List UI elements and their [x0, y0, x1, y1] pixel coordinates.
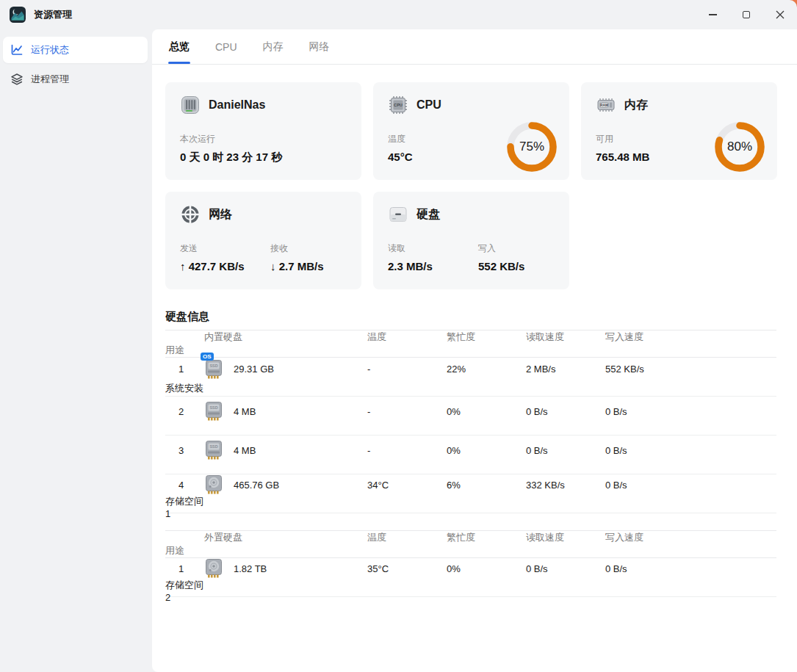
disk-usage: 系统安装 [165, 382, 204, 395]
disk-read: 0 B/s [526, 445, 605, 456]
main-panel: 总览CPU内存网络 [152, 29, 797, 672]
uptime-value: 0 天 0 时 23 分 17 秒 [180, 151, 282, 165]
disk-card: 硬盘 读取 2.3 MB/s 写入 552 KB/s [373, 192, 569, 289]
content-area: DanielNas 本次运行 0 天 0 时 23 分 17 秒 [152, 65, 797, 672]
cpu-temp-label: 温度 [388, 133, 413, 145]
disk-size: 465.76 GB [234, 480, 279, 491]
sidebar-item-label: 进程管理 [31, 73, 69, 86]
close-icon [776, 10, 785, 19]
disk-read: 0 B/s [526, 563, 605, 574]
sidebar-item-label: 运行状态 [31, 43, 69, 57]
line-chart-icon [10, 43, 24, 57]
cpu-usage-ring: 75% [506, 121, 558, 173]
column-header: 内置硬盘 [204, 330, 367, 344]
maximize-button[interactable] [729, 0, 763, 29]
column-header: 用途 [165, 544, 204, 557]
column-header: 温度 [367, 531, 447, 544]
tab-bar: 总览CPU内存网络 [152, 29, 797, 65]
disk-temp: 34°C [367, 480, 447, 491]
system-card-title: DanielNas [209, 98, 265, 112]
column-header: 繁忙度 [447, 531, 526, 544]
network-receive-label: 接收 [270, 242, 324, 255]
external-disk-table: 外置硬盘温度繁忙度读取速度写入速度用途11.82 TB35°C0%0 B/s0 … [165, 530, 776, 597]
disk-size: 1.82 TB [234, 563, 267, 574]
disk-read: 0 B/s [526, 406, 605, 417]
svg-text:SSD: SSD [209, 364, 217, 368]
layers-icon [10, 73, 24, 86]
network-receive-value: ↓ 2.7 MB/s [270, 260, 324, 272]
disk-row: 2SSD4 MB-0%0 B/s0 B/s [165, 397, 776, 436]
disk-temp: - [367, 445, 447, 456]
tab-network[interactable]: 网络 [309, 29, 331, 64]
minimize-button[interactable] [696, 0, 729, 29]
disk-index: 4 [165, 480, 204, 491]
ram-icon: RAM [596, 95, 616, 115]
disk-index: 1 [165, 364, 204, 375]
nas-icon [180, 95, 201, 115]
hdd-icon [204, 558, 223, 579]
disk-tables: 内置硬盘温度繁忙度读取速度写入速度用途1SSDOS29.31 GB-22%2 M… [165, 330, 776, 597]
svg-text:RAM: RAM [600, 104, 608, 107]
table-header-row: 外置硬盘温度繁忙度读取速度写入速度用途 [165, 530, 776, 558]
title-bar: 资源管理 [0, 0, 797, 29]
app-icon [9, 6, 26, 24]
column-header: 读取速度 [526, 531, 605, 544]
close-button[interactable] [763, 0, 797, 29]
os-badge: OS [201, 353, 214, 361]
column-header: 用途 [165, 344, 204, 357]
disk-row: 11.82 TB35°C0%0 B/s0 B/s存储空间 2 [165, 558, 776, 597]
disk-usage: 存储空间 2 [165, 579, 204, 603]
sidebar-item-running-status[interactable]: 运行状态 [3, 37, 148, 63]
sidebar-item-process-management[interactable]: 进程管理 [3, 66, 148, 93]
hdd-icon [204, 474, 223, 495]
tab-overview[interactable]: 总览 [168, 29, 190, 64]
ssd-icon: SSD [204, 440, 223, 460]
disk-read: 332 KB/s [526, 480, 605, 491]
disk-read-value: 2.3 MB/s [388, 260, 433, 272]
disk-size: 29.31 GB [234, 364, 274, 375]
disk-index: 2 [165, 406, 204, 417]
disk-info-title: 硬盘信息 [165, 310, 776, 324]
cpu-temp-value: 45°C [388, 151, 413, 163]
column-header: 外置硬盘 [204, 531, 367, 544]
disk-index: 3 [165, 445, 204, 456]
memory-usage-percent: 80% [714, 121, 765, 173]
maximize-icon [743, 11, 750, 18]
disk-busy: 22% [447, 364, 526, 375]
app-window: 资源管理 运行状态进程管理 总览CPU内存网络 [0, 0, 797, 672]
disk-busy: 0% [447, 563, 526, 574]
disk-busy: 0% [447, 445, 526, 456]
system-card: DanielNas 本次运行 0 天 0 时 23 分 17 秒 [165, 82, 361, 180]
disk-busy: 0% [447, 406, 526, 417]
disk-row: 4465.76 GB34°C6%332 KB/s0 B/s存储空间 1 [165, 474, 776, 513]
table-header-row: 内置硬盘温度繁忙度读取速度写入速度用途 [165, 330, 776, 358]
tab-memory[interactable]: 内存 [262, 29, 284, 64]
memory-card-title: 内存 [624, 98, 648, 113]
disk-size: 4 MB [234, 445, 256, 456]
disk-row: 1SSDOS29.31 GB-22%2 MB/s552 KB/s系统安装 [165, 358, 776, 397]
window-controls [696, 0, 797, 29]
ssd-icon: SSDOS [204, 359, 223, 380]
summary-cards: DanielNas 本次运行 0 天 0 时 23 分 17 秒 [165, 82, 777, 289]
column-header: 写入速度 [605, 330, 776, 344]
memory-available-label: 可用 [596, 133, 649, 145]
cpu-chip-icon: CPU [388, 95, 408, 115]
disk-write: 0 B/s [605, 406, 776, 417]
disk-card-title: 硬盘 [416, 207, 440, 223]
disk-write: 552 KB/s [605, 364, 776, 375]
disk-write: 0 B/s [605, 445, 776, 456]
network-send-label: 发送 [180, 242, 245, 255]
disk-busy: 6% [447, 480, 526, 491]
internal-disk-table: 内置硬盘温度繁忙度读取速度写入速度用途1SSDOS29.31 GB-22%2 M… [165, 330, 776, 513]
network-send-value: ↑ 427.7 KB/s [180, 260, 245, 272]
cpu-card: CPU CPU 温度 45°C 75% [373, 82, 569, 180]
disk-temp: 35°C [367, 563, 447, 574]
disk-usage: 存储空间 1 [165, 495, 204, 519]
network-card: 网络 发送 ↑ 427.7 KB/s 接收 ↓ 2.7 MB/s [165, 192, 361, 289]
ssd-icon: SSD [204, 401, 223, 422]
disk-read: 2 MB/s [526, 364, 605, 375]
tab-cpu[interactable]: CPU [214, 29, 238, 64]
globe-icon [180, 204, 201, 225]
memory-usage-ring: 80% [714, 121, 765, 173]
minimize-icon [709, 14, 717, 15]
